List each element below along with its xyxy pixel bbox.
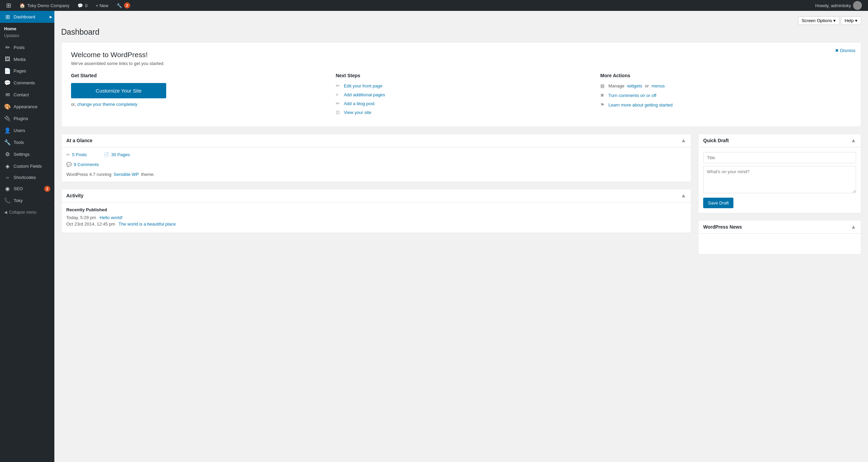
quick-draft-header[interactable]: Quick Draft ▲ xyxy=(698,134,861,147)
sidebar-item-comments[interactable]: 💬 Comments xyxy=(0,77,54,89)
wordpress-news-title: WordPress News xyxy=(703,224,742,230)
help-button[interactable]: Help ▾ xyxy=(841,16,861,25)
sidebar-item-appearance[interactable]: 🎨 Appearance xyxy=(0,101,54,113)
next-step-2[interactable]: + Add additional pages xyxy=(336,92,587,97)
wp-version-text: WordPress 4.7 running xyxy=(66,172,111,177)
pages-stat-icon: 📄 xyxy=(104,152,109,157)
manage-text: Manage xyxy=(608,83,624,88)
customize-site-button[interactable]: Customize Your Site xyxy=(71,83,166,98)
home-icon: 🏠 xyxy=(19,3,25,8)
sidebar-item-custom-fields[interactable]: ◈ Custom Fields xyxy=(0,160,54,172)
posts-stat[interactable]: ✏ 5 Posts xyxy=(66,152,87,157)
howdy-button[interactable]: Howdy, admintoky xyxy=(812,0,865,11)
welcome-subtitle: We've assembled some links to get you st… xyxy=(71,61,851,66)
next-step-4[interactable]: ⊡ View your site xyxy=(336,110,587,115)
get-started-column: Get Started Customize Your Site or, chan… xyxy=(71,73,322,118)
sidebar-item-seo[interactable]: ◉ SEO 2 xyxy=(0,183,54,195)
plugin-icon: 🔧 xyxy=(117,3,122,8)
next-step-2-label: Add additional pages xyxy=(344,92,385,97)
edit-front-page-icon: ✏ xyxy=(336,83,341,88)
next-step-3-label: Add a blog post xyxy=(344,101,375,106)
avatar xyxy=(853,1,862,10)
sidebar-item-plugins[interactable]: 🔌 Plugins xyxy=(0,113,54,125)
sidebar-item-media[interactable]: 🖼 Media xyxy=(0,53,54,65)
sidebar-item-label-tools: Tools xyxy=(14,140,24,145)
at-a-glance-title: At a Glance xyxy=(66,138,92,143)
sidebar-item-label-users: Users xyxy=(14,128,25,133)
wordpress-news-header[interactable]: WordPress News ▲ xyxy=(698,220,861,234)
or-text: or, xyxy=(71,102,76,107)
sidebar-item-settings[interactable]: ⚙ Settings xyxy=(0,148,54,160)
comments-stat[interactable]: 💬 9 Comments xyxy=(66,162,99,167)
sidebar-item-label-toky: Toky xyxy=(14,198,23,203)
new-content-button[interactable]: + New xyxy=(92,0,112,11)
collapse-menu-button[interactable]: ◀ Collapse menu xyxy=(0,207,54,218)
posts-stat-icon: ✏ xyxy=(66,152,70,157)
at-a-glance-widget: At a Glance ▲ ✏ 5 Posts 📄 30 Pages xyxy=(61,134,691,182)
screen-options-label: Screen Options xyxy=(802,18,832,23)
activity-item-1: Today, 5:29 pm Hello world! xyxy=(66,215,686,220)
widgets-link[interactable]: widgets xyxy=(627,83,642,88)
plugins-icon: 🔌 xyxy=(4,115,11,122)
sidebar-item-posts[interactable]: ✏ Posts xyxy=(0,42,54,53)
at-a-glance-header[interactable]: At a Glance ▲ xyxy=(62,134,691,147)
pages-stat[interactable]: 📄 30 Pages xyxy=(104,152,130,157)
sidebar-item-contact[interactable]: ✉ Contact xyxy=(0,89,54,101)
sidebar-item-shortcodes[interactable]: ‹› Shortcodes xyxy=(0,172,54,183)
sidebar-item-pages[interactable]: 📄 Pages xyxy=(0,65,54,77)
activity-date-2: Oct 23rd 2014, 12:45 pm xyxy=(66,221,115,227)
comments-icon: 💬 xyxy=(77,3,83,8)
admin-bar: ⊞ 🏠 Toky Demo Company 💬 0 + New 🔧 2 Howd… xyxy=(0,0,868,11)
seo-icon: ◉ xyxy=(4,185,11,192)
dismiss-x-icon: ✖ xyxy=(835,48,839,53)
theme-link[interactable]: Sensible WP xyxy=(114,172,139,177)
site-name-button[interactable]: 🏠 Toky Demo Company xyxy=(16,0,73,11)
comments-toggle-icon: ✖ xyxy=(600,93,606,98)
widgets-icon: ▦ xyxy=(600,83,606,88)
sidebar-updates-link[interactable]: Updates xyxy=(0,33,54,42)
sidebar-item-label-contact: Contact xyxy=(14,92,29,97)
collapse-icon: ◀ xyxy=(4,210,7,215)
sidebar-item-toky[interactable]: 📞 Toky xyxy=(0,195,54,207)
quick-draft-title-input[interactable] xyxy=(703,152,856,163)
toky-icon: 📞 xyxy=(4,197,11,204)
plugin-badge: 2 xyxy=(124,2,130,9)
menus-link[interactable]: menus xyxy=(652,83,665,88)
sidebar-item-label-shortcodes: Shortcodes xyxy=(14,175,36,180)
activity-header[interactable]: Activity ▲ xyxy=(62,189,691,202)
sidebar-item-users[interactable]: 👤 Users xyxy=(0,125,54,136)
users-icon: 👤 xyxy=(4,127,11,134)
dismiss-label: Dismiss xyxy=(840,48,856,53)
sidebar-item-label-pages: Pages xyxy=(14,68,26,73)
learn-more-link[interactable]: Learn more about getting started xyxy=(608,102,673,108)
sidebar-item-tools[interactable]: 🔧 Tools xyxy=(0,136,54,148)
at-a-glance-body: ✏ 5 Posts 📄 30 Pages 💬 9 Comment xyxy=(62,147,691,182)
activity-link-1[interactable]: Hello world! xyxy=(100,215,123,220)
wordpress-news-widget: WordPress News ▲ xyxy=(698,220,861,254)
comments-toggle-link[interactable]: Turn comments on or off xyxy=(608,93,656,98)
sidebar-item-label-posts: Posts xyxy=(14,45,25,50)
sidebar-item-label-dashboard: Dashboard xyxy=(14,14,35,19)
comments-button[interactable]: 💬 0 xyxy=(74,0,91,11)
dashboard-icon: ⊞ xyxy=(4,14,11,20)
dismiss-button[interactable]: ✖ Dismiss xyxy=(835,48,856,53)
next-step-3[interactable]: ✏ Add a blog post xyxy=(336,101,587,106)
quick-draft-content-input[interactable] xyxy=(703,166,856,193)
active-arrow: ▶ xyxy=(48,11,54,23)
activity-link-2[interactable]: The world is a beautiful place xyxy=(119,221,176,227)
sidebar-item-dashboard[interactable]: ⊞ Dashboard ▶ xyxy=(0,11,54,23)
change-theme-link[interactable]: change your theme completely xyxy=(77,102,137,107)
comments-count: 0 xyxy=(85,3,87,8)
quick-draft-toggle-icon: ▲ xyxy=(851,137,856,144)
save-draft-button[interactable]: Save Draft xyxy=(703,198,733,208)
next-step-1[interactable]: ✏ Edit your front page xyxy=(336,83,587,88)
screen-options-button[interactable]: Screen Options ▾ xyxy=(798,16,840,25)
pages-icon: 📄 xyxy=(4,68,11,74)
media-icon: 🖼 xyxy=(4,56,11,62)
wp-logo-button[interactable]: ⊞ xyxy=(3,0,15,11)
add-blog-icon: ✏ xyxy=(336,101,341,106)
sidebar-item-label-plugins: Plugins xyxy=(14,116,28,121)
help-chevron-icon: ▾ xyxy=(855,18,857,23)
next-steps-column: Next Steps ✏ Edit your front page + Add … xyxy=(336,73,587,118)
plugin-menu-button[interactable]: 🔧 2 xyxy=(113,0,134,11)
